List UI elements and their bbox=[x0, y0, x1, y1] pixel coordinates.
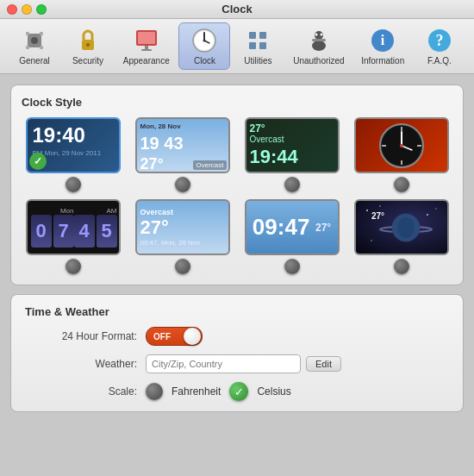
clock-item-3[interactable]: 27° Overcast 19:44 bbox=[240, 117, 343, 192]
clock-thumb-5: Mon 0 7 AM 4 5 bbox=[26, 199, 121, 255]
information-label: Information bbox=[361, 56, 404, 66]
scale-options: Fahrenheit ✓ Celsius bbox=[146, 382, 291, 401]
general-label: General bbox=[19, 56, 50, 66]
clock-style-panel: Clock Style 19:40 PM Mon, 29 Nov 2011 ✓ … bbox=[10, 85, 464, 285]
faq-label: F.A.Q. bbox=[427, 56, 452, 66]
window-controls[interactable] bbox=[7, 4, 47, 15]
clock-grid: 19:40 PM Mon, 29 Nov 2011 ✓ Mon, 28 Nov … bbox=[22, 117, 452, 274]
toolbar-item-utilities[interactable]: Utilities bbox=[232, 22, 284, 70]
utilities-icon bbox=[244, 27, 271, 54]
svg-rect-17 bbox=[249, 32, 256, 39]
hour-format-row: 24 Hour Format: OFF bbox=[25, 327, 449, 346]
svg-rect-3 bbox=[26, 46, 29, 49]
appearance-icon bbox=[133, 27, 160, 54]
toolbar-item-faq[interactable]: ? F.A.Q. bbox=[414, 22, 465, 70]
weather-row: Weather: Edit bbox=[25, 354, 449, 373]
security-label: Security bbox=[72, 56, 103, 66]
clock-knob-7 bbox=[284, 259, 300, 274]
svg-point-23 bbox=[315, 34, 317, 36]
unauthorized-label: Unauthorized bbox=[293, 56, 344, 66]
svg-point-38 bbox=[400, 144, 403, 147]
svg-rect-4 bbox=[40, 46, 43, 49]
time-weather-title: Time & Weather bbox=[25, 305, 449, 318]
fahrenheit-radio[interactable] bbox=[146, 383, 163, 400]
clock-thumb-1: 19:40 PM Mon, 29 Nov 2011 ✓ bbox=[26, 117, 121, 173]
toolbar: General Security Appearance bbox=[0, 19, 474, 74]
hour-format-toggle[interactable]: OFF bbox=[146, 327, 203, 346]
clock-item-7[interactable]: 09 : 47 27° bbox=[240, 199, 343, 274]
toggle-off-label: OFF bbox=[153, 332, 171, 341]
svg-point-41 bbox=[427, 214, 428, 216]
clock-knob-2 bbox=[175, 177, 190, 192]
clock-knob-6 bbox=[175, 259, 190, 274]
celsius-radio[interactable]: ✓ bbox=[229, 382, 248, 401]
faq-icon: ? bbox=[426, 27, 453, 54]
fahrenheit-label: Fahrenheit bbox=[172, 385, 221, 398]
toolbar-item-general[interactable]: General bbox=[9, 22, 60, 70]
clock-knob-3 bbox=[284, 177, 300, 192]
svg-point-16 bbox=[203, 40, 206, 42]
svg-point-39 bbox=[366, 210, 368, 211]
selected-check-icon: ✓ bbox=[29, 153, 47, 170]
clock-knob-1 bbox=[65, 177, 81, 192]
toggle-thumb bbox=[184, 328, 201, 345]
clock-item-4[interactable] bbox=[350, 117, 452, 192]
window-title: Clock bbox=[221, 3, 252, 16]
svg-rect-18 bbox=[259, 32, 266, 39]
clock-style-title: Clock Style bbox=[22, 96, 452, 109]
toolbar-item-unauthorized[interactable]: Unauthorized bbox=[285, 22, 352, 70]
clock-item-8[interactable]: 27° bbox=[350, 199, 452, 274]
appearance-label: Appearance bbox=[123, 56, 170, 66]
minimize-button[interactable] bbox=[22, 4, 32, 15]
close-button[interactable] bbox=[7, 4, 17, 15]
svg-rect-20 bbox=[259, 42, 266, 49]
clock-thumb-7: 09 : 47 27° bbox=[245, 199, 340, 255]
clock-knob-8 bbox=[394, 259, 409, 274]
svg-rect-2 bbox=[40, 32, 43, 35]
toolbar-item-information[interactable]: i Information bbox=[353, 22, 412, 70]
lock-icon bbox=[74, 27, 102, 54]
toolbar-item-security[interactable]: Security bbox=[62, 22, 114, 70]
main-content: Clock Style 19:40 PM Mon, 29 Nov 2011 ✓ … bbox=[0, 74, 474, 476]
svg-text:?: ? bbox=[436, 32, 444, 49]
clock-thumb-3: 27° Overcast 19:44 bbox=[245, 117, 340, 173]
toolbar-item-appearance[interactable]: Appearance bbox=[115, 22, 177, 70]
clock-icon bbox=[190, 27, 218, 54]
clock-thumb-4 bbox=[354, 117, 449, 173]
gear-icon bbox=[21, 27, 48, 54]
clock-item-5[interactable]: Mon 0 7 AM 4 5 bbox=[22, 199, 124, 274]
svg-rect-11 bbox=[141, 49, 152, 51]
utilities-label: Utilities bbox=[244, 56, 271, 66]
hour-format-label: 24 Hour Format: bbox=[25, 330, 137, 342]
svg-point-7 bbox=[86, 43, 90, 47]
celsius-label: Celsius bbox=[257, 385, 290, 398]
edit-button[interactable]: Edit bbox=[306, 356, 341, 372]
svg-rect-25 bbox=[312, 39, 326, 41]
svg-point-42 bbox=[435, 208, 437, 210]
scale-label: Scale: bbox=[25, 385, 137, 398]
svg-point-22 bbox=[312, 41, 326, 51]
clock-item-1[interactable]: 19:40 PM Mon, 29 Nov 2011 ✓ bbox=[22, 117, 124, 192]
svg-text:i: i bbox=[381, 33, 385, 47]
spy-icon bbox=[305, 27, 333, 54]
svg-point-5 bbox=[31, 37, 38, 44]
weather-input-group: Edit bbox=[146, 354, 341, 373]
svg-point-43 bbox=[371, 240, 372, 241]
svg-text:27°: 27° bbox=[371, 211, 384, 221]
svg-rect-1 bbox=[26, 32, 29, 35]
clock-knob-5 bbox=[65, 259, 81, 274]
clock-thumb-2: Mon, 28 Nov 19 43 27° Overcast bbox=[135, 117, 230, 173]
scale-row: Scale: Fahrenheit ✓ Celsius bbox=[25, 382, 449, 401]
svg-point-24 bbox=[320, 34, 322, 36]
svg-rect-10 bbox=[145, 46, 148, 49]
city-input[interactable] bbox=[146, 354, 301, 373]
clock-thumb-8: 27° bbox=[354, 199, 449, 255]
info-icon: i bbox=[369, 27, 396, 54]
clock-thumb-6: Overcast 27° 00:47, Mon, 28 Nov bbox=[135, 199, 230, 255]
clock-item-6[interactable]: Overcast 27° 00:47, Mon, 28 Nov bbox=[131, 199, 234, 274]
toolbar-item-clock[interactable]: Clock bbox=[178, 22, 230, 70]
maximize-button[interactable] bbox=[36, 4, 47, 15]
clock-item-2[interactable]: Mon, 28 Nov 19 43 27° Overcast bbox=[131, 117, 234, 192]
svg-rect-19 bbox=[249, 42, 256, 49]
clock-label: Clock bbox=[194, 56, 215, 66]
